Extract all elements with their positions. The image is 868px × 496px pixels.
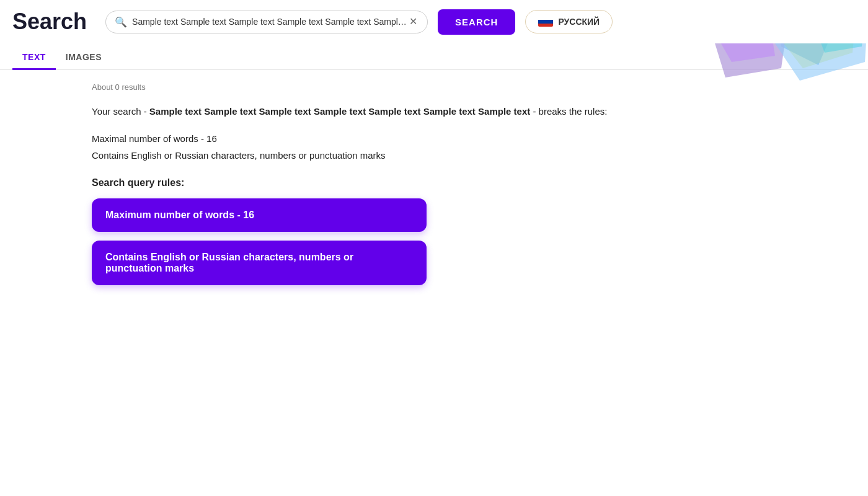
language-label: РУССКИЙ (558, 17, 600, 27)
search-icon: 🔍 (115, 16, 127, 28)
search-input[interactable] (132, 17, 408, 27)
rule-card-2: Contains English or Russian characters, … (92, 241, 427, 285)
summary-suffix: - breaks the rules: (530, 106, 607, 117)
search-bar: 🔍 ✕ (105, 11, 428, 33)
header: Search 🔍 ✕ SEARCH РУССКИЙ (0, 0, 868, 43)
rules-title: Search query rules: (92, 177, 776, 188)
violation-item-1: Maximal number of words - 16 (92, 130, 776, 147)
tab-text[interactable]: TEXT (12, 46, 56, 70)
tab-images[interactable]: IMAGES (56, 46, 112, 70)
rule-card-1: Maximum number of words - 16 (92, 198, 427, 232)
violation-item-2: Contains English or Russian characters, … (92, 147, 776, 164)
results-count: About 0 results (92, 82, 776, 92)
search-summary: Your search - Sample text Sample text Sa… (92, 104, 776, 119)
clear-button[interactable]: ✕ (408, 17, 418, 27)
language-button[interactable]: РУССКИЙ (525, 10, 613, 33)
tabs-bar: TEXT IMAGES (0, 46, 868, 70)
query-text: Sample text Sample text Sample text Samp… (149, 106, 530, 117)
main-content: About 0 results Your search - Sample tex… (0, 70, 868, 306)
summary-prefix: Your search - (92, 106, 149, 117)
flag-icon (538, 17, 553, 27)
violations-list: Maximal number of words - 16 Contains En… (92, 130, 776, 164)
app-title: Search (12, 9, 87, 35)
search-button[interactable]: SEARCH (438, 9, 515, 35)
